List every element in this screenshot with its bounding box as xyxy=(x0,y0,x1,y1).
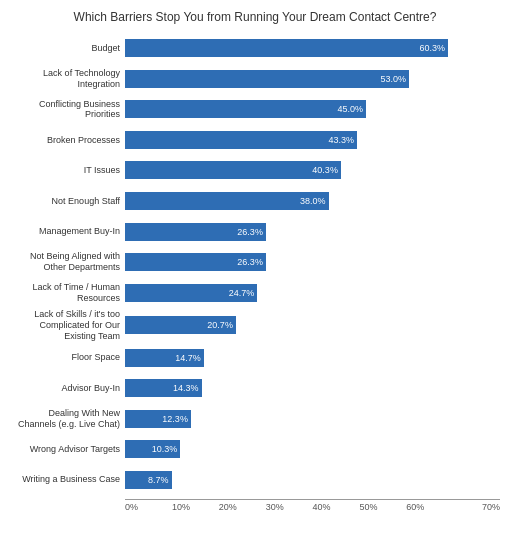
bar-value: 12.3% xyxy=(162,414,188,424)
bar-value: 10.3% xyxy=(152,444,178,454)
bar-label: Broken Processes xyxy=(10,135,125,146)
bar-label: Conflicting Business Priorities xyxy=(10,99,125,121)
x-tick: 70% xyxy=(453,500,500,512)
x-tick: 0% xyxy=(125,500,172,512)
bar-label: Floor Space xyxy=(10,352,125,363)
bar-value: 40.3% xyxy=(312,165,338,175)
bar-fill: 24.7% xyxy=(125,284,257,302)
bar-track-wrapper: 26.3% xyxy=(125,253,500,271)
bar-fill: 38.0% xyxy=(125,192,329,210)
bar-row: IT Issues40.3% xyxy=(10,156,500,185)
bar-value: 53.0% xyxy=(380,74,406,84)
bar-label: Budget xyxy=(10,43,125,54)
chart-area: Budget60.3%Lack of Technology Integratio… xyxy=(10,34,500,496)
bar-row: Wrong Advisor Targets10.3% xyxy=(10,435,500,464)
bar-row: Not Enough Staff38.0% xyxy=(10,187,500,216)
bar-track-wrapper: 45.0% xyxy=(125,100,500,118)
bar-track-wrapper: 12.3% xyxy=(125,410,500,428)
bar-label: Wrong Advisor Targets xyxy=(10,444,125,455)
bar-track-wrapper: 53.0% xyxy=(125,70,500,88)
bar-label: Writing a Business Case xyxy=(10,474,125,485)
bar-label: Dealing With New Channels (e.g. Live Cha… xyxy=(10,408,125,430)
x-tick: 10% xyxy=(172,500,219,512)
bar-value: 43.3% xyxy=(328,135,354,145)
bar-fill: 60.3% xyxy=(125,39,448,57)
chart-container: Which Barriers Stop You from Running You… xyxy=(0,0,510,542)
bar-track-wrapper: 60.3% xyxy=(125,39,500,57)
bar-label: Lack of Time / Human Resources xyxy=(10,282,125,304)
bar-fill: 8.7% xyxy=(125,471,172,489)
bar-fill: 10.3% xyxy=(125,440,180,458)
bar-value: 45.0% xyxy=(338,104,364,114)
bar-row: Lack of Skills / it's too Complicated fo… xyxy=(10,309,500,341)
bar-track-wrapper: 20.7% xyxy=(125,316,500,334)
x-tick: 30% xyxy=(266,500,313,512)
x-tick: 40% xyxy=(313,500,360,512)
bar-fill: 53.0% xyxy=(125,70,409,88)
x-tick: 50% xyxy=(359,500,406,512)
bar-track-wrapper: 26.3% xyxy=(125,223,500,241)
bar-value: 38.0% xyxy=(300,196,326,206)
bar-value: 8.7% xyxy=(148,475,169,485)
bar-value: 26.3% xyxy=(237,227,263,237)
bar-fill: 14.7% xyxy=(125,349,204,367)
bar-label: IT Issues xyxy=(10,165,125,176)
bar-row: Writing a Business Case8.7% xyxy=(10,466,500,495)
bar-label: Not Enough Staff xyxy=(10,196,125,207)
bar-track-wrapper: 43.3% xyxy=(125,131,500,149)
bar-label: Not Being Aligned with Other Departments xyxy=(10,251,125,273)
bar-value: 14.3% xyxy=(173,383,199,393)
bar-label: Lack of Skills / it's too Complicated fo… xyxy=(10,309,125,341)
bar-value: 24.7% xyxy=(229,288,255,298)
bar-track-wrapper: 14.7% xyxy=(125,349,500,367)
bar-row: Management Buy-In26.3% xyxy=(10,217,500,246)
bar-track-wrapper: 14.3% xyxy=(125,379,500,397)
bar-fill: 45.0% xyxy=(125,100,366,118)
bar-row: Dealing With New Channels (e.g. Live Cha… xyxy=(10,404,500,433)
bar-fill: 12.3% xyxy=(125,410,191,428)
bar-row: Budget60.3% xyxy=(10,34,500,63)
bar-row: Lack of Time / Human Resources24.7% xyxy=(10,278,500,307)
bar-track-wrapper: 38.0% xyxy=(125,192,500,210)
bar-track-wrapper: 8.7% xyxy=(125,471,500,489)
bar-track-wrapper: 10.3% xyxy=(125,440,500,458)
bar-row: Advisor Buy-In14.3% xyxy=(10,374,500,403)
chart-title: Which Barriers Stop You from Running You… xyxy=(10,10,500,24)
bar-fill: 43.3% xyxy=(125,131,357,149)
bar-value: 60.3% xyxy=(420,43,446,53)
bar-value: 26.3% xyxy=(237,257,263,267)
bar-row: Broken Processes43.3% xyxy=(10,126,500,155)
bar-fill: 26.3% xyxy=(125,253,266,271)
bar-row: Conflicting Business Priorities45.0% xyxy=(10,95,500,124)
bar-label: Management Buy-In xyxy=(10,226,125,237)
bar-row: Not Being Aligned with Other Departments… xyxy=(10,248,500,277)
bar-fill: 14.3% xyxy=(125,379,202,397)
bar-row: Lack of Technology Integration53.0% xyxy=(10,65,500,94)
bar-track-wrapper: 24.7% xyxy=(125,284,500,302)
bar-fill: 40.3% xyxy=(125,161,341,179)
x-tick: 60% xyxy=(406,500,453,512)
bar-value: 20.7% xyxy=(207,320,233,330)
bar-row: Floor Space14.7% xyxy=(10,343,500,372)
bar-label: Lack of Technology Integration xyxy=(10,68,125,90)
x-axis: 0%10%20%30%40%50%60%70% xyxy=(125,499,500,512)
bar-track-wrapper: 40.3% xyxy=(125,161,500,179)
bar-label: Advisor Buy-In xyxy=(10,383,125,394)
bar-value: 14.7% xyxy=(175,353,201,363)
x-tick: 20% xyxy=(219,500,266,512)
bar-fill: 26.3% xyxy=(125,223,266,241)
bar-fill: 20.7% xyxy=(125,316,236,334)
